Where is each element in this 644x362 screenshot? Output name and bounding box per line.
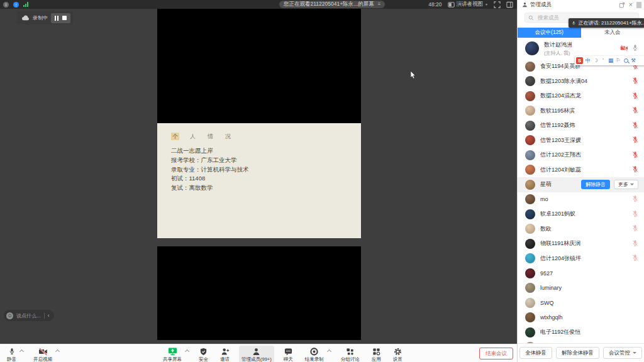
participant-row[interactable]: 数欧 <box>518 222 644 237</box>
toolbar-stop-record-button[interactable]: 结束录制 <box>303 346 326 362</box>
half-moon-icon[interactable]: ☽ <box>592 56 599 65</box>
participant-status <box>632 150 644 161</box>
participant-row[interactable]: 软卓1201蚂蚁 <box>518 207 644 222</box>
punctuation-icon[interactable]: ’ <box>599 56 607 65</box>
panel-scrollbar-thumb[interactable] <box>636 2 641 8</box>
participant-row[interactable]: 数软1195林滨 <box>518 104 644 119</box>
participant-row[interactable]: 星萌解除静音更多 <box>518 177 644 192</box>
participant-status <box>632 134 644 146</box>
mic-muted-icon[interactable] <box>632 134 638 146</box>
unmute-button[interactable]: 解除静音 <box>581 180 610 189</box>
soft-keyboard-icon[interactable]: ▦ <box>607 56 614 65</box>
stop-recording-button[interactable] <box>62 16 67 20</box>
popout-icon[interactable] <box>619 2 625 8</box>
chevron-down-icon <box>633 352 636 354</box>
meeting-toolbar: 静音开启视频 共享屏幕安全邀请管理成员(99+)聊天结束录制分组讨论应用设置 结… <box>0 344 517 362</box>
camera-off-icon[interactable] <box>620 43 628 54</box>
more-button[interactable]: 更多 <box>614 180 638 189</box>
participant-row[interactable]: 数据1204温杰龙 <box>518 89 644 104</box>
card-text-line: 报考学校：广东工业大学 <box>171 156 361 165</box>
participant-row[interactable]: 信管1203王深媛 <box>518 133 644 148</box>
speaker-view-icon <box>448 2 455 8</box>
search-icon[interactable] <box>622 56 630 65</box>
toolbar-screen-share-button[interactable]: 共享屏幕 <box>160 346 184 362</box>
participant-name: 信计1204张镇坪 <box>540 255 581 263</box>
toolbar-camera-off-button[interactable]: 开启视频 <box>31 346 55 362</box>
end-meeting-button[interactable]: 结束会议 <box>479 348 513 359</box>
participant-name: 软卓1201蚂蚁 <box>540 210 575 218</box>
participant-status <box>632 105 644 116</box>
chevron-up-icon[interactable] <box>185 349 189 354</box>
toolbar-chat-button[interactable]: 聊天 <box>281 346 296 362</box>
participant-row[interactable]: 物联1191林庆润 <box>518 236 644 251</box>
toolbar-settings-button[interactable]: 设置 <box>391 346 405 362</box>
mic-muted-icon[interactable] <box>632 238 638 250</box>
participant-row[interactable]: 信管1192聂炜 <box>518 118 644 133</box>
speaking-tooltip: 正在讲话: 2112205041+陈永.. <box>569 18 644 28</box>
participant-row[interactable]: 信计1202王翔杰 <box>518 148 644 163</box>
emoji-icon[interactable]: ☺ <box>6 312 13 319</box>
mic-muted-icon[interactable] <box>632 209 638 220</box>
settings-icon <box>394 347 402 356</box>
participant-row[interactable]: 信计1204刘敏蕊 <box>518 163 644 178</box>
participant-name: 信计1202王翔杰 <box>540 151 581 159</box>
footer-button[interactable]: 全体静音 <box>519 347 552 359</box>
mic-muted-icon[interactable] <box>632 105 638 116</box>
watching-banner[interactable]: 您正在观看2112205041+陈永...的屏幕 ≡ <box>279 1 385 8</box>
banner-menu-icon[interactable]: ≡ <box>378 2 381 7</box>
shared-screen-lower <box>157 246 361 340</box>
tab-in-meeting[interactable]: 会议中(125) <box>518 28 581 38</box>
chevron-up-icon[interactable] <box>19 349 24 354</box>
mic-muted-icon[interactable] <box>632 120 638 131</box>
avatar <box>525 62 535 72</box>
cn-mode-icon[interactable]: 中 <box>584 56 592 65</box>
participant-name: 数据1203陈永满04 <box>540 77 587 85</box>
ime-logo[interactable]: S <box>576 57 583 64</box>
mic-muted-icon[interactable] <box>632 164 638 175</box>
quick-chat-bubble[interactable]: ☺ 说点什么... ‹ <box>4 310 54 321</box>
layout-panel-icon[interactable] <box>506 1 513 8</box>
tab-not-joined[interactable]: 未入会 <box>581 28 644 38</box>
collapse-arrow-icon[interactable]: ‹ <box>48 313 50 319</box>
ime-toolbar[interactable]: S 中☽’▦⚐⚒ <box>575 56 644 65</box>
toolbar-members-button[interactable]: 管理成员(99+) <box>239 346 274 362</box>
participant-name-block: 信计1202王翔杰 <box>540 151 581 159</box>
toolbar-apps-button[interactable]: 应用 <box>369 346 384 362</box>
fullscreen-icon[interactable] <box>494 1 501 8</box>
toolbar-shield-button[interactable]: 安全 <box>196 346 211 362</box>
chevron-up-icon[interactable] <box>55 349 60 354</box>
mic-muted-icon[interactable] <box>632 150 638 161</box>
view-mode-dropdown[interactable]: 演讲者视图 ▼ <box>448 1 488 8</box>
participant-row[interactable]: mo <box>518 192 644 207</box>
mic-muted-icon[interactable] <box>632 223 638 234</box>
participant-row[interactable]: 信计1204张镇坪 <box>518 251 644 266</box>
pause-recording-button[interactable] <box>55 16 58 21</box>
mic-icon[interactable] <box>632 43 638 54</box>
footer-button[interactable]: 解除全体静音 <box>556 347 599 359</box>
info-icon[interactable]: i <box>3 2 9 8</box>
participant-row[interactable]: SWQ <box>518 295 644 310</box>
chevron-up-icon[interactable] <box>327 349 331 354</box>
participant-row[interactable]: wtxhgqlh <box>518 310 644 326</box>
watching-banner-text: 您正在观看2112205041+陈永...的屏幕 <box>284 1 374 8</box>
mic-muted-icon[interactable] <box>632 253 638 264</box>
mic-muted-icon[interactable] <box>632 194 638 205</box>
participant-row[interactable]: 数据1203陈永满04 <box>518 74 644 89</box>
footer-meeting-control-button[interactable]: 会议管控 <box>603 347 642 359</box>
mic-muted-icon[interactable] <box>632 75 638 87</box>
toolbar-button-label: 应用 <box>372 356 381 362</box>
toolbar-invite-button[interactable]: 邀请 <box>218 346 232 362</box>
update-icon[interactable]: ↑ <box>13 2 19 8</box>
participant-row[interactable]: 电子1192任俊恒 <box>518 325 644 340</box>
mic-muted-icon[interactable] <box>632 90 638 102</box>
toolbox-icon[interactable]: ⚒ <box>630 56 637 65</box>
participant-row[interactable]: 9527 <box>518 266 644 281</box>
card-text-line: 初试：11408 <box>171 174 361 184</box>
network-signal-icon <box>23 2 28 7</box>
close-icon[interactable]: × <box>629 1 633 8</box>
chat-placeholder[interactable]: 说点什么... <box>16 312 41 319</box>
participant-row[interactable]: luminary <box>518 281 644 296</box>
skin-icon[interactable]: ⚐ <box>614 56 622 65</box>
toolbar-mic-button[interactable]: 静音 <box>4 346 19 362</box>
toolbar-breakout-button[interactable]: 分组讨论 <box>338 346 362 362</box>
